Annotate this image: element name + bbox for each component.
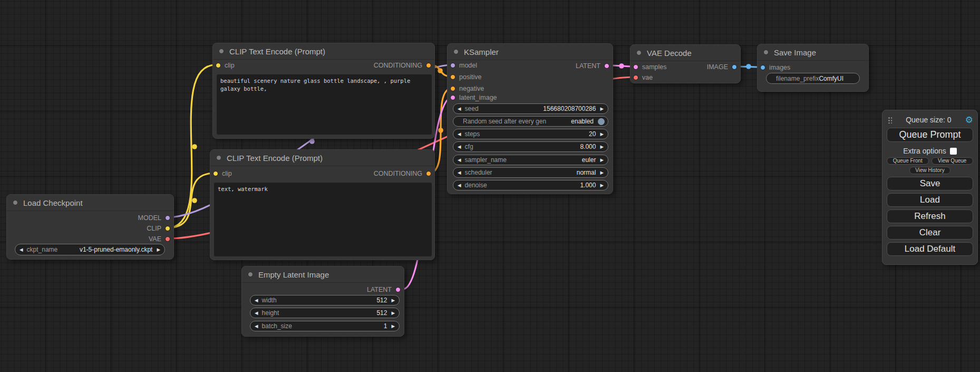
left-arrow-icon[interactable]: ◀ [255, 311, 258, 316]
left-arrow-icon[interactable]: ◀ [458, 132, 461, 137]
node-ksampler[interactable]: KSampler model positive negative latent_… [447, 43, 613, 194]
sampler-name-widget[interactable]: ◀ sampler_name euler ▶ [453, 155, 608, 165]
left-arrow-icon[interactable]: ◀ [458, 158, 461, 163]
node-title: Empty Latent Image [258, 270, 329, 279]
input-port-negative[interactable] [450, 86, 455, 91]
width-widget[interactable]: ◀ width 512 ▶ [250, 295, 400, 306]
extra-options-checkbox[interactable] [950, 148, 957, 155]
right-arrow-icon[interactable]: ▶ [600, 132, 604, 137]
seed-widget[interactable]: ◀ seed 156680208700286 ▶ [453, 103, 608, 114]
node-title-bar[interactable]: Empty Latent Image [242, 266, 404, 283]
gear-icon[interactable]: ⚙ [965, 116, 973, 125]
left-arrow-icon[interactable]: ◀ [20, 247, 23, 252]
input-port-latent-image[interactable] [450, 95, 455, 100]
port-label: vae [642, 74, 653, 81]
ckpt-name-widget[interactable]: ◀ ckpt_name v1-5-pruned-emaonly.ckpt ▶ [15, 244, 165, 255]
node-title-bar[interactable]: CLIP Text Encode (Prompt) [213, 43, 434, 60]
node-title-bar[interactable]: VAE Decode [630, 45, 740, 61]
port-label: samples [642, 63, 667, 71]
node-title-bar[interactable]: Load Checkpoint [7, 195, 173, 211]
input-port-vae[interactable] [633, 75, 638, 80]
right-arrow-icon[interactable]: ▶ [391, 324, 395, 329]
queue-front-button[interactable]: Queue Front [887, 157, 929, 165]
right-arrow-icon[interactable]: ▶ [391, 311, 395, 316]
input-port-clip[interactable] [216, 63, 221, 68]
node-clip-text-encode-negative[interactable]: CLIP Text Encode (Prompt) clip CONDITION… [210, 149, 435, 260]
refresh-button[interactable]: Refresh [887, 209, 973, 223]
output-port-latent[interactable] [395, 287, 401, 292]
right-arrow-icon[interactable]: ▶ [600, 107, 604, 111]
input-port-images[interactable] [760, 65, 765, 70]
output-port-conditioning[interactable] [426, 63, 431, 68]
view-history-button[interactable]: View History [909, 167, 950, 174]
left-arrow-icon[interactable]: ◀ [255, 324, 258, 329]
load-button[interactable]: Load [887, 193, 973, 207]
input-port-samples[interactable] [633, 64, 638, 70]
collapse-dot-icon[interactable] [219, 49, 224, 54]
queue-prompt-button[interactable]: Queue Prompt [887, 128, 973, 142]
clear-button[interactable]: Clear [887, 226, 973, 240]
port-label: clip [225, 62, 235, 69]
right-arrow-icon[interactable]: ▶ [600, 145, 604, 149]
port-label: images [769, 64, 790, 71]
left-arrow-icon[interactable]: ◀ [255, 298, 258, 303]
node-clip-text-encode-positive[interactable]: CLIP Text Encode (Prompt) clip CONDITION… [212, 43, 435, 139]
height-widget[interactable]: ◀ height 512 ▶ [250, 308, 400, 318]
view-queue-button[interactable]: View Queue [932, 157, 974, 165]
node-empty-latent-image[interactable]: Empty Latent Image LATENT ◀ width 512 ▶ … [241, 266, 404, 337]
filename-prefix-widget[interactable]: filename_prefix ComfyUI [766, 73, 860, 84]
random-seed-widget[interactable]: Random seed after every gen enabled [453, 116, 608, 127]
collapse-dot-icon[interactable] [13, 200, 18, 205]
output-port-latent[interactable] [604, 63, 609, 69]
load-default-button[interactable]: Load Default [887, 242, 973, 256]
toggle-circle-icon[interactable] [598, 118, 605, 125]
input-port-positive[interactable] [450, 74, 455, 80]
link-midpoint-dot [438, 68, 443, 73]
link-midpoint-dot [192, 198, 197, 203]
node-title-bar[interactable]: Save Image [758, 44, 868, 61]
steps-widget[interactable]: ◀ steps 20 ▶ [453, 129, 608, 139]
left-arrow-icon[interactable]: ◀ [458, 107, 461, 111]
collapse-dot-icon[interactable] [636, 50, 642, 55]
drag-handle-icon[interactable] [888, 117, 892, 123]
input-port-model[interactable] [450, 63, 455, 68]
output-port-image[interactable] [732, 64, 737, 70]
collapse-dot-icon[interactable] [453, 49, 459, 54]
output-port-clip[interactable] [165, 226, 170, 231]
collapse-dot-icon[interactable] [763, 50, 769, 55]
collapse-dot-icon[interactable] [248, 272, 253, 277]
denoise-widget[interactable]: ◀ denoise 1.000 ▶ [453, 180, 608, 190]
node-load-checkpoint[interactable]: Load Checkpoint MODEL CLIP VAE ◀ ckpt_na… [6, 194, 174, 260]
extra-options-label: Extra options [903, 147, 946, 155]
node-title: CLIP Text Encode (Prompt) [229, 47, 325, 56]
right-arrow-icon[interactable]: ▶ [391, 298, 395, 303]
collapse-dot-icon[interactable] [216, 155, 221, 160]
left-arrow-icon[interactable]: ◀ [458, 170, 461, 175]
scheduler-widget[interactable]: ◀ scheduler normal ▶ [453, 167, 608, 178]
port-label: negative [459, 85, 484, 92]
output-port-vae[interactable] [165, 236, 170, 242]
graph-canvas[interactable]: CLIP Text Encode (Prompt) clip CONDITION… [0, 0, 980, 372]
batch-size-widget[interactable]: ◀ batch_size 1 ▶ [250, 321, 400, 331]
prompt-textarea[interactable]: beautiful scenery nature glass bottle la… [217, 74, 432, 135]
right-arrow-icon[interactable]: ▶ [157, 247, 160, 252]
node-title-bar[interactable]: KSampler [448, 44, 613, 60]
right-arrow-icon[interactable]: ▶ [600, 158, 604, 163]
output-port-model[interactable] [165, 215, 170, 221]
output-port-conditioning[interactable] [426, 171, 431, 176]
right-arrow-icon[interactable]: ▶ [600, 183, 604, 188]
port-label: LATENT [576, 62, 600, 70]
port-label: IMAGE [707, 63, 728, 71]
prompt-textarea[interactable]: text, watermark [214, 183, 432, 256]
left-arrow-icon[interactable]: ◀ [458, 145, 461, 149]
node-save-image[interactable]: Save Image images filename_prefix ComfyU… [757, 44, 869, 92]
save-button[interactable]: Save [887, 177, 973, 190]
cfg-widget[interactable]: ◀ cfg 8.000 ▶ [453, 141, 608, 152]
link-midpoint-dot [192, 144, 197, 149]
node-vae-decode[interactable]: VAE Decode samples vae IMAGE [630, 44, 741, 83]
link-midpoint-dot [309, 139, 315, 144]
right-arrow-icon[interactable]: ▶ [600, 170, 604, 175]
node-title-bar[interactable]: CLIP Text Encode (Prompt) [210, 150, 434, 166]
left-arrow-icon[interactable]: ◀ [458, 183, 461, 188]
input-port-clip[interactable] [213, 171, 218, 176]
